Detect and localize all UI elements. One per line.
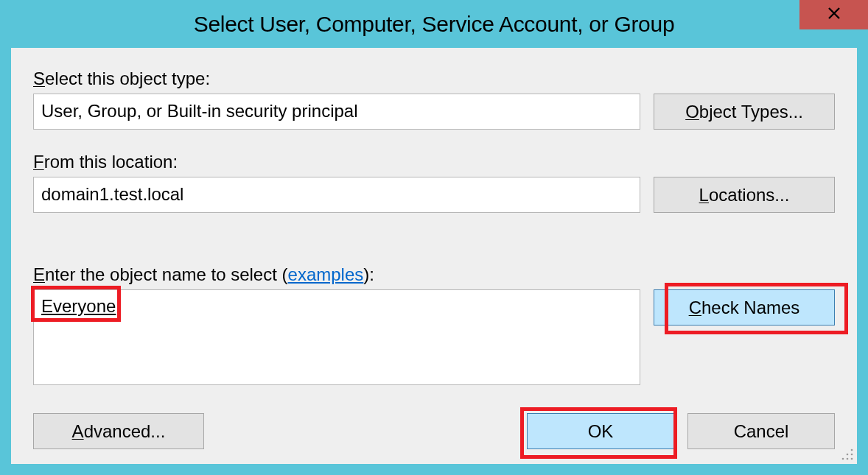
- object-name-value: Everyone: [41, 296, 116, 316]
- location-label: From this location:: [33, 152, 640, 172]
- svg-point-5: [851, 458, 853, 460]
- location-field: domain1.test.local: [33, 177, 640, 213]
- svg-point-1: [847, 454, 849, 456]
- ok-button[interactable]: OK: [527, 413, 674, 449]
- object-type-label: Select this object type:: [33, 68, 640, 89]
- object-type-field: User, Group, or Built-in security princi…: [33, 94, 640, 130]
- locations-button[interactable]: Locations...: [654, 177, 835, 213]
- cancel-button[interactable]: Cancel: [687, 413, 835, 449]
- svg-point-0: [851, 449, 853, 451]
- close-button[interactable]: [799, 0, 868, 29]
- examples-link[interactable]: examples: [288, 264, 364, 284]
- svg-point-3: [842, 458, 844, 460]
- client-area: Select this object type: User, Group, or…: [11, 48, 857, 464]
- object-types-button[interactable]: Object Types...: [654, 94, 835, 130]
- object-name-label: Enter the object name to select (example…: [33, 264, 640, 285]
- dialog-window: Select User, Computer, Service Account, …: [0, 0, 868, 475]
- object-name-input[interactable]: Everyone: [33, 289, 640, 385]
- svg-point-4: [847, 458, 849, 460]
- titlebar: Select User, Computer, Service Account, …: [0, 0, 868, 48]
- window-title: Select User, Computer, Service Account, …: [194, 12, 675, 37]
- close-icon: [827, 7, 841, 23]
- svg-point-2: [851, 454, 853, 456]
- resize-grip-icon[interactable]: [840, 447, 855, 462]
- check-names-button[interactable]: Check Names: [654, 289, 835, 326]
